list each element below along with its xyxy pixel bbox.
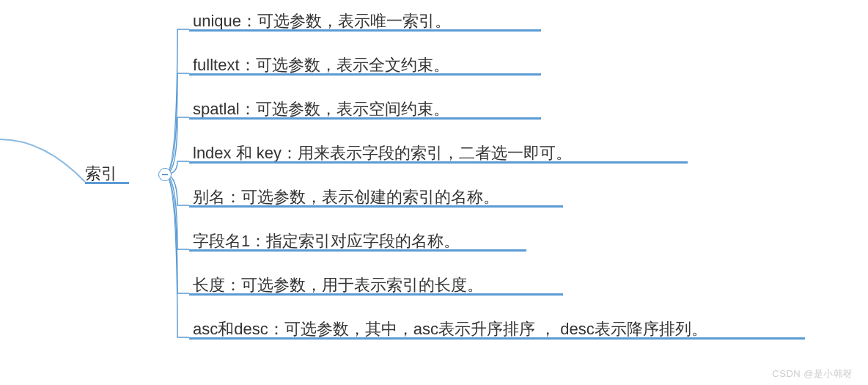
child-text: unique：可选参数，表示唯一索引。 — [193, 12, 451, 30]
child-text: 字段名1：指定索引对应字段的名称。 — [193, 232, 460, 250]
root-underline — [85, 182, 129, 184]
root-label: 索引 — [85, 164, 117, 183]
child-underline — [189, 29, 541, 32]
watermark-text: CSDN @是小韩呀 — [772, 368, 853, 379]
child-text: fulltext：可选参数，表示全文约束。 — [193, 56, 449, 74]
collapse-toggle[interactable] — [158, 168, 172, 181]
child-text: asc和desc：可选参数，其中，asc表示升序排序 ， desc表示降序排列。 — [193, 320, 707, 338]
child-underline — [189, 161, 688, 164]
child-underline — [189, 337, 805, 340]
watermark: CSDN @是小韩呀 — [772, 367, 853, 381]
child-underline — [189, 249, 526, 252]
child-underline — [189, 73, 541, 76]
child-underline — [189, 293, 563, 296]
child-underline — [189, 205, 563, 208]
child-text: 长度：可选参数，用于表示索引的长度。 — [193, 276, 483, 294]
child-text: lndex 和 key：用来表示字段的索引，二者选一即可。 — [193, 144, 572, 162]
child-text: spatlal：可选参数，表示空间约束。 — [193, 100, 449, 118]
child-underline — [189, 117, 541, 120]
child-text: 别名：可选参数，表示创建的索引的名称。 — [193, 188, 499, 206]
